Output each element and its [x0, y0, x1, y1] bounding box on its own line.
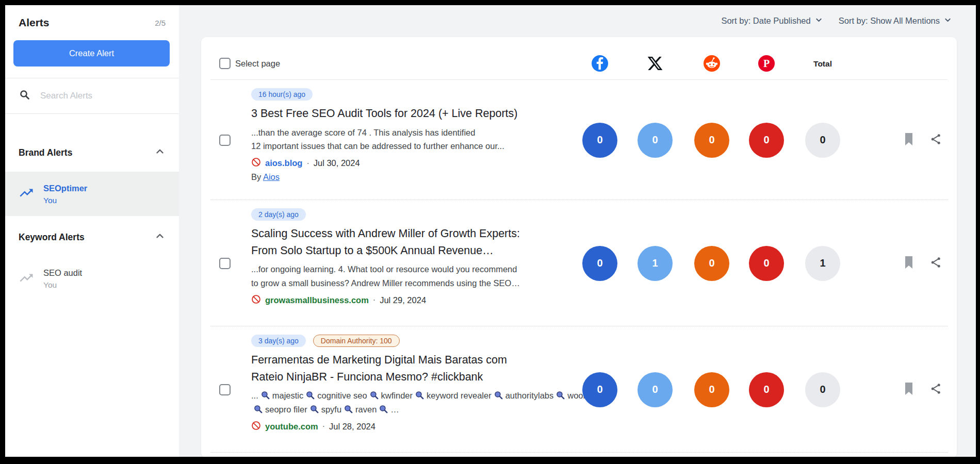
search-keyword-icon — [377, 405, 390, 414]
svg-text:P: P — [763, 58, 770, 69]
mention-excerpt: ...for ongoing learning. 4. What tool or… — [251, 262, 614, 290]
keyword-text: raven — [355, 405, 377, 414]
search-keyword-icon — [341, 405, 355, 414]
x-twitter-count: 1 — [638, 246, 673, 281]
mentions-list: 16 hour(s) ago 3 Best Free SEO Audit Too… — [201, 80, 957, 453]
pinterest-icon: P — [758, 55, 775, 72]
reddit-count: 0 — [694, 372, 729, 407]
trending-up-icon — [19, 270, 34, 288]
blocked-icon[interactable] — [251, 294, 261, 306]
alert-name: SEO audit — [43, 267, 82, 279]
x-twitter-icon — [647, 55, 663, 72]
sort-by-mentions-label: Sort by: Show All Mentions — [839, 16, 940, 26]
keyword-text: cognitive seo — [317, 391, 367, 400]
blocked-icon[interactable] — [251, 157, 261, 169]
share-icon[interactable] — [929, 382, 942, 397]
total-count: 0 — [805, 372, 840, 407]
keyword-text: keyword revealer — [427, 391, 492, 400]
share-icon[interactable] — [929, 132, 942, 147]
publish-date: Jul 30, 2024 — [314, 158, 360, 168]
time-ago-badge: 2 day(s) ago — [251, 208, 306, 221]
total-count: 1 — [805, 246, 840, 281]
pinterest-count: 0 — [749, 123, 784, 158]
keyword-text: spyfu — [321, 405, 341, 414]
select-page-label: Select page — [235, 59, 280, 69]
source-domain[interactable]: growasmallbusiness.com — [265, 295, 369, 305]
x-twitter-count: 0 — [638, 123, 673, 158]
mentions-card: Select page P Total 16 hour(s) ago 3 — [201, 37, 957, 457]
sort-by-mentions-dropdown[interactable]: Sort by: Show All Mentions — [839, 15, 952, 26]
alerts-sidebar: Alerts 2/5 Create Alert Brand Alerts SEO… — [5, 5, 179, 457]
keyword-text: authoritylabs — [505, 391, 554, 400]
facebook-icon — [592, 55, 608, 72]
source-separator: · — [322, 422, 325, 431]
author-link[interactable]: Aios — [263, 172, 280, 181]
byline-prefix: By — [251, 172, 263, 181]
time-ago-badge: 3 day(s) ago — [251, 335, 306, 347]
domain-authority-badge: Domain Authority: 100 — [313, 335, 400, 347]
blocked-icon[interactable] — [251, 421, 261, 433]
search-keyword-icon — [303, 391, 317, 400]
total-count: 0 — [805, 123, 840, 158]
alert-owner: You — [43, 195, 87, 206]
sidebar-title: Alerts — [19, 16, 50, 29]
select-page-checkbox[interactable] — [219, 58, 231, 69]
sidebar-item-seo-audit[interactable]: SEO audit You — [5, 256, 179, 301]
facebook-count: 0 — [582, 123, 617, 158]
card-header: Select page P Total — [201, 37, 957, 80]
keyword-text: majestic — [272, 391, 304, 400]
chevron-up-icon[interactable] — [154, 146, 166, 159]
search-keyword-icon — [553, 391, 567, 400]
sidebar-item-seoptimer[interactable]: SEOptimer You — [5, 172, 179, 216]
pinterest-count: 0 — [749, 246, 784, 281]
mention-excerpt: ...than the average score of 74 . This a… — [251, 126, 614, 153]
chevron-up-icon[interactable] — [154, 230, 166, 244]
alerts-counter: 2/5 — [155, 19, 166, 27]
row-checkbox[interactable] — [219, 135, 231, 146]
keyword-text: ... — [251, 391, 258, 400]
search-keyword-icon — [251, 405, 265, 414]
mention-row: 2 day(s) ago Scaling Success with Andrew… — [201, 200, 957, 326]
mention-title[interactable]: Ferramentas de Marketing Digital Mais Ba… — [251, 352, 614, 385]
sort-by-date-dropdown[interactable]: Sort by: Date Published — [721, 15, 823, 26]
bookmark-icon[interactable] — [903, 256, 915, 271]
reddit-icon — [704, 55, 720, 72]
search-keyword-icon — [307, 405, 321, 414]
brand-alerts-heading: Brand Alerts — [19, 147, 72, 158]
search-keyword-icon — [367, 391, 381, 400]
publish-date: Jul 28, 2024 — [329, 422, 375, 432]
chevron-down-icon — [943, 15, 952, 26]
search-keyword-icon — [258, 391, 272, 400]
facebook-count: 0 — [582, 372, 617, 407]
reddit-count: 0 — [694, 123, 729, 158]
facebook-count: 0 — [582, 246, 617, 281]
time-ago-badge: 16 hour(s) ago — [251, 88, 313, 101]
keyword-alerts-heading: Keyword Alerts — [19, 232, 85, 243]
mention-title[interactable]: Scaling Success with Andrew Miller of Gr… — [251, 225, 614, 259]
share-icon[interactable] — [929, 256, 942, 271]
pinterest-count: 0 — [749, 372, 784, 407]
bookmark-icon[interactable] — [903, 132, 915, 148]
sort-by-date-label: Sort by: Date Published — [721, 16, 810, 26]
mention-title[interactable]: 3 Best Free SEO Audit Tools for 2024 (+ … — [251, 105, 614, 122]
row-checkbox[interactable] — [219, 384, 231, 395]
bookmark-icon[interactable] — [903, 382, 915, 397]
publish-date: Jul 29, 2024 — [380, 295, 426, 305]
source-separator: · — [306, 159, 309, 168]
reddit-count: 0 — [694, 246, 729, 281]
alert-name: SEOptimer — [43, 182, 87, 195]
keyword-excerpt: ...majesticcognitive seokwfinderkeyword … — [251, 389, 612, 416]
mention-row: 16 hour(s) ago 3 Best Free SEO Audit Too… — [201, 80, 957, 200]
alert-owner: You — [43, 279, 82, 291]
source-domain[interactable]: youtube.com — [265, 422, 318, 432]
app-window: Alerts 2/5 Create Alert Brand Alerts SEO… — [5, 5, 976, 457]
row-checkbox[interactable] — [219, 258, 231, 269]
create-alert-button[interactable]: Create Alert — [13, 40, 170, 67]
search-keyword-icon — [492, 391, 505, 400]
mention-row: 3 day(s) ago Domain Authority: 100 Ferra… — [201, 326, 957, 453]
trending-up-icon — [19, 185, 34, 203]
search-alerts-input[interactable] — [40, 91, 154, 101]
source-domain[interactable]: aios.blog — [265, 158, 302, 168]
keyword-text: kwfinder — [381, 391, 413, 400]
keyword-text: seopro filer — [265, 405, 307, 414]
